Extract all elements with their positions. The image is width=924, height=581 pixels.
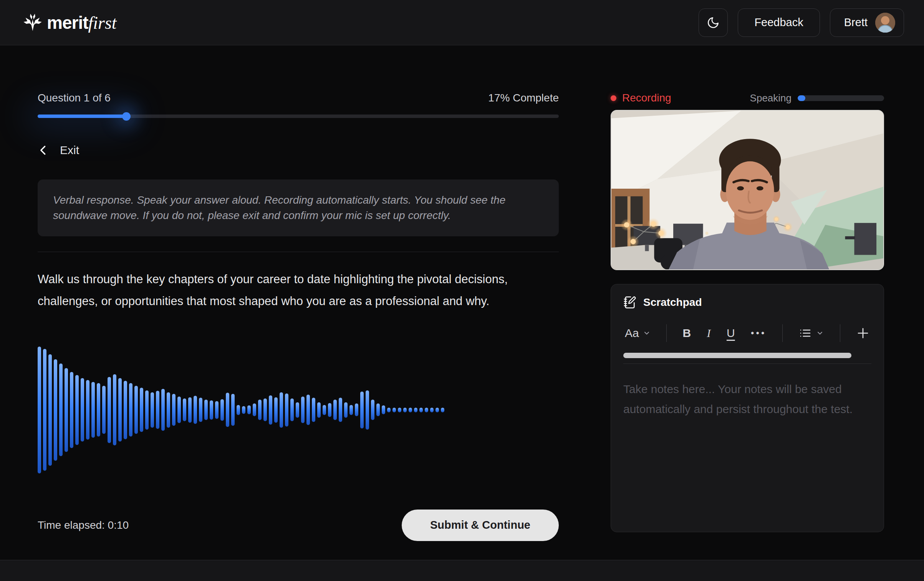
time-elapsed-label: Time elapsed: 0:10 [38, 519, 129, 531]
waveform-bar [414, 408, 417, 412]
toolbar-divider [666, 324, 667, 342]
notes-editor[interactable]: Take notes here... Your notes will be sa… [623, 379, 861, 419]
waveform-bar [263, 398, 267, 421]
font-style-dropdown[interactable]: Aa [625, 327, 651, 340]
webcam-scene [611, 111, 883, 269]
waveform-bar [59, 364, 63, 456]
waveform-bar [344, 402, 348, 418]
waveform-bar [48, 354, 52, 466]
waveform-bar [306, 395, 310, 425]
waveform-bar [140, 388, 143, 432]
waveform-bar [38, 347, 41, 473]
italic-button[interactable]: I [707, 327, 711, 340]
exit-label: Exit [60, 144, 79, 157]
waveform-bar [425, 408, 428, 412]
waveform-bar [371, 400, 374, 420]
soundwave-area [38, 320, 559, 500]
instruction-box: Verbal response. Speak your answer aloud… [38, 179, 559, 236]
waveform-bar [43, 349, 46, 471]
waveform-bar [70, 372, 73, 448]
leaf-logo-icon [22, 12, 44, 34]
list-dropdown[interactable] [798, 327, 824, 339]
waveform-bar [118, 378, 122, 442]
waveform-bar [323, 405, 326, 415]
waveform-bar [430, 408, 434, 412]
progress-bar [38, 115, 559, 118]
waveform-bar [436, 408, 439, 412]
interview-panel: Question 1 of 6 17% Complete Exit Verbal… [38, 91, 559, 541]
waveform-bar [403, 408, 407, 412]
waveform-bar [280, 392, 283, 428]
list-icon [798, 327, 812, 339]
waveform-bar [237, 405, 240, 415]
waveform-bar [355, 403, 358, 416]
toolbar-scrollbar-thumb[interactable] [623, 353, 851, 358]
waveform-bar [242, 406, 245, 414]
question-text: Walk us through the key chapters of your… [38, 268, 548, 312]
waveform-bar [269, 395, 272, 425]
speaking-level-track [798, 95, 884, 101]
section-divider [38, 252, 559, 252]
theme-toggle-button[interactable] [699, 8, 728, 37]
webcam-video [611, 110, 884, 270]
moon-icon [707, 16, 720, 29]
waveform-bar [199, 398, 202, 422]
waveform-bar [161, 389, 165, 431]
plus-button[interactable] [856, 326, 870, 340]
waveform-bar [210, 400, 213, 420]
waveform-bar [204, 400, 208, 420]
waveform-bar [54, 359, 57, 461]
brand-name: meritfirst [47, 12, 117, 33]
chevron-down-icon [816, 329, 824, 337]
waveform [38, 345, 444, 475]
waveform-bar [167, 392, 170, 428]
waveform-bar [113, 374, 116, 445]
brand-logo: meritfirst [22, 12, 117, 34]
waveform-bar [258, 400, 262, 420]
waveform-bar [360, 392, 364, 428]
waveform-bar [156, 391, 159, 429]
chevron-left-icon [38, 144, 49, 157]
exit-button[interactable]: Exit [38, 143, 99, 158]
user-menu-button[interactable]: Brett [830, 8, 904, 37]
more-options-button[interactable]: ••• [751, 328, 766, 339]
waveform-bar [188, 397, 192, 423]
waveform-bar [124, 381, 127, 439]
waveform-bar [409, 408, 412, 412]
avatar [875, 13, 895, 33]
waveform-bar [296, 402, 299, 418]
progress-fill [38, 115, 126, 118]
toolbar-divider [840, 324, 840, 342]
waveform-bar [108, 377, 111, 443]
waveform-bar [97, 383, 100, 437]
waveform-bar [134, 386, 138, 434]
waveform-bar [366, 390, 369, 430]
underline-button[interactable]: U [727, 327, 735, 340]
feedback-button-label: Feedback [754, 16, 803, 29]
question-progress-label: Question 1 of 6 [38, 92, 111, 104]
waveform-bar [151, 392, 154, 428]
instruction-text: Verbal response. Speak your answer aloud… [53, 194, 505, 221]
submit-continue-button[interactable]: Submit & Continue [402, 510, 559, 541]
speaking-level-fill [798, 95, 805, 101]
waveform-bar [339, 398, 342, 422]
waveform-bar [382, 405, 385, 414]
bold-button[interactable]: B [683, 327, 691, 340]
header-actions: Feedback Brett [699, 8, 904, 37]
waveform-bar [86, 380, 89, 440]
waveform-bar [285, 393, 288, 427]
waveform-bar [215, 401, 219, 419]
waveform-bar [387, 408, 391, 412]
waveform-bar [349, 405, 353, 415]
app-header: meritfirst Feedback Brett [0, 0, 924, 45]
waveform-bar [65, 368, 68, 452]
waveform-bar [247, 405, 251, 414]
waveform-bar [129, 383, 132, 437]
waveform-bar [194, 396, 197, 424]
waveform-bar [226, 393, 229, 427]
waveform-bar [441, 408, 444, 412]
waveform-bar [145, 390, 149, 430]
user-name: Brett [844, 16, 868, 29]
feedback-button[interactable]: Feedback [738, 8, 820, 37]
waveform-bar [312, 398, 315, 422]
